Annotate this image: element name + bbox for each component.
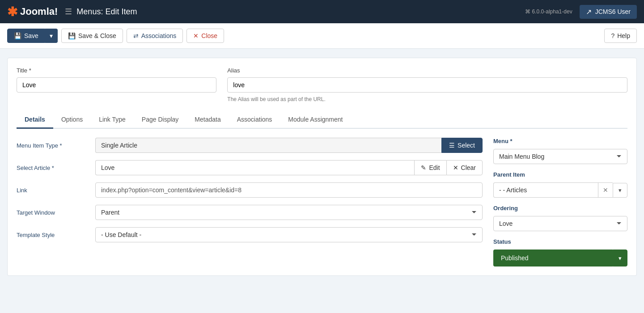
content-card: Title * Alias The Alias will be used as … (7, 58, 637, 276)
ordering-label: Ordering (493, 205, 627, 211)
right-panel: Menu * Main Menu Blog Main Menu Parent I… (493, 138, 627, 266)
parent-item-field-group: Parent Item - - Articles ✕ ▾ (493, 171, 627, 198)
status-field: Published ▾ (493, 250, 627, 266)
select-article-label: Select Article * (17, 160, 88, 171)
external-icon: ↗ (586, 8, 592, 16)
link-row: Link (17, 182, 483, 198)
menu-item-type-label: Menu Item Type * (17, 138, 88, 149)
parent-item-value: - - Articles (493, 182, 598, 198)
link-label: Link (17, 182, 88, 194)
title-label: Title * (17, 67, 216, 74)
tab-link-type[interactable]: Link Type (91, 111, 134, 129)
ordering-field-group: Ordering Love (493, 205, 627, 231)
toolbar: 💾 Save ▾ 💾 Save & Close ⇄ Associations ✕… (0, 23, 644, 49)
save-group: 💾 Save ▾ (7, 29, 58, 43)
select-type-button[interactable]: ☰ Select (441, 138, 483, 153)
associations-icon: ⇄ (133, 32, 139, 39)
tab-module-assignment[interactable]: Module Assignment (280, 111, 351, 129)
alias-hint: The Alias will be used as part of the UR… (227, 96, 627, 102)
tab-details[interactable]: Details (17, 111, 53, 129)
help-button[interactable]: ? Help (604, 29, 637, 43)
save-close-label: Save & Close (78, 32, 116, 39)
tab-page-display[interactable]: Page Display (134, 111, 187, 129)
status-field-group: Status Published ▾ (493, 238, 627, 266)
target-window-control: Parent New Window with Navigation New Wi… (95, 205, 483, 220)
nav-left: ✱ Joomla! ☰ Menus: Edit Item (7, 4, 137, 19)
article-select-field: Love ✎ Edit ✕ Clear (95, 160, 483, 175)
joomla-icon: ✱ (7, 4, 17, 19)
template-style-select[interactable]: - Use Default - Cassiopeia - Default (95, 227, 483, 242)
nav-right: ⌘ 6.0.0-alpha1-dev ↗ JCMS6 User (525, 5, 637, 19)
title-alias-row: Title * Alias The Alias will be used as … (17, 67, 627, 102)
edit-article-button[interactable]: ✎ Edit (414, 160, 446, 175)
toolbar-left: 💾 Save ▾ 💾 Save & Close ⇄ Associations ✕… (7, 29, 224, 43)
associations-button[interactable]: ⇄ Associations (127, 29, 183, 43)
help-icon: ? (611, 32, 614, 39)
clear-label: Clear (461, 164, 476, 171)
parent-item-label: Parent Item (493, 171, 627, 178)
tab-options[interactable]: Options (53, 111, 91, 129)
template-style-row: Template Style - Use Default - Cassiopei… (17, 227, 483, 242)
save-close-button[interactable]: 💾 Save & Close (61, 29, 123, 43)
parent-item-field: - - Articles ✕ ▾ (493, 182, 627, 198)
menu-field-group: Menu * Main Menu Blog Main Menu (493, 138, 627, 164)
joomla-logo: ✱ Joomla! (7, 4, 58, 19)
page-title-nav: ☰ Menus: Edit Item (65, 7, 137, 17)
article-value: Love (95, 160, 414, 175)
menu-select[interactable]: Main Menu Blog Main Menu (493, 149, 627, 164)
target-window-label: Target Window (17, 205, 88, 216)
close-icon: ✕ (193, 32, 199, 39)
template-style-label: Template Style (17, 227, 88, 238)
status-dropdown-button[interactable]: ▾ (613, 250, 627, 266)
link-control (95, 182, 483, 198)
save-icon: 💾 (14, 32, 21, 39)
title-input[interactable] (17, 77, 216, 93)
status-value: Published (493, 250, 613, 266)
hamburger-icon[interactable]: ☰ (65, 7, 72, 17)
list-icon: ☰ (449, 142, 455, 149)
parent-clear-button[interactable]: ✕ (598, 182, 613, 198)
user-button[interactable]: ↗ JCMS6 User (580, 5, 637, 19)
clear-article-button[interactable]: ✕ Clear (446, 160, 483, 175)
chevron-down-icon: ▾ (50, 32, 53, 39)
menu-item-type-value: Single Article (95, 138, 441, 153)
top-navigation: ✱ Joomla! ☰ Menus: Edit Item ⌘ 6.0.0-alp… (0, 0, 644, 23)
save-close-icon: 💾 (68, 32, 76, 39)
menu-label: Menu * (493, 138, 627, 144)
main-content: Title * Alias The Alias will be used as … (0, 49, 644, 285)
clear-icon: ✕ (453, 164, 458, 171)
template-style-control: - Use Default - Cassiopeia - Default (95, 227, 483, 242)
close-label: Close (201, 32, 217, 39)
details-right: Menu * Main Menu Blog Main Menu Parent I… (493, 138, 627, 266)
version-text: ⌘ 6.0.0-alpha1-dev (525, 8, 572, 15)
status-label: Status (493, 238, 627, 245)
alias-input[interactable] (227, 77, 627, 93)
menu-item-type-control: Single Article ☰ Select (95, 138, 483, 153)
alias-label: Alias (227, 67, 627, 74)
target-window-row: Target Window Parent New Window with Nav… (17, 205, 483, 220)
tab-bar: Details Options Link Type Page Display M… (17, 111, 627, 129)
associations-label: Associations (141, 32, 177, 39)
target-window-select[interactable]: Parent New Window with Navigation New Wi… (95, 205, 483, 220)
details-left: Menu Item Type * Single Article ☰ Select (17, 138, 483, 266)
details-panel: Menu Item Type * Single Article ☰ Select (17, 138, 627, 266)
save-button[interactable]: 💾 Save (7, 29, 45, 43)
tab-metadata[interactable]: Metadata (186, 111, 229, 129)
select-article-row: Select Article * Love ✎ Edit ✕ Clear (17, 160, 483, 175)
ordering-select[interactable]: Love (493, 216, 627, 231)
edit-icon: ✎ (421, 164, 426, 171)
page-title: Menus: Edit Item (76, 7, 137, 17)
select-article-control: Love ✎ Edit ✕ Clear (95, 160, 483, 175)
save-label: Save (24, 32, 38, 39)
select-label: Select (458, 142, 475, 149)
parent-chevron-button[interactable]: ▾ (613, 183, 627, 198)
user-label: JCMS6 User (595, 8, 631, 15)
close-button[interactable]: ✕ Close (186, 29, 224, 43)
alias-field-group: Alias The Alias will be used as part of … (227, 67, 627, 102)
edit-label: Edit (429, 164, 440, 171)
logo-text: Joomla! (20, 6, 58, 17)
link-input (95, 182, 483, 198)
save-dropdown-button[interactable]: ▾ (45, 29, 58, 43)
tab-associations[interactable]: Associations (229, 111, 280, 129)
help-label: Help (617, 32, 630, 39)
